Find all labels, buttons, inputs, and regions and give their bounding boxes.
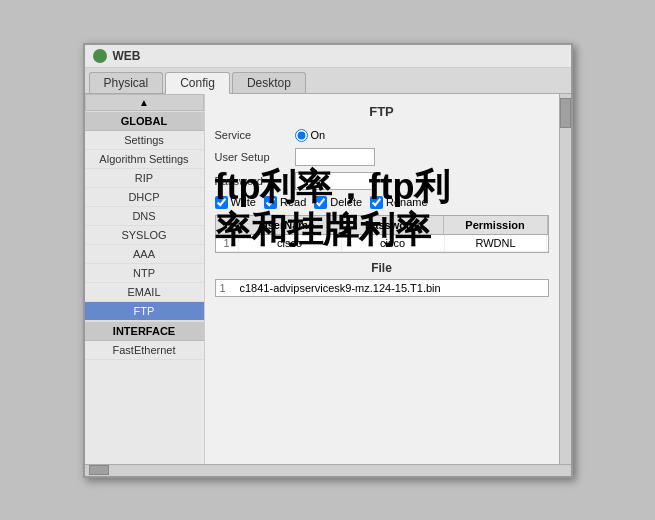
delete-permission: Delete [314,196,362,209]
sidebar-item-fastethernet[interactable]: FastEthernet [85,341,204,360]
tab-bar: Physical Config Desktop [85,68,571,94]
col-username: UserName [236,216,340,234]
user-table-header: UserName Password Permission [216,216,548,235]
scroll-thumb[interactable] [560,98,571,128]
sidebar-item-ntp[interactable]: NTP [85,264,204,283]
tab-config[interactable]: Config [165,72,230,94]
user-setup-row: User Setup [215,148,549,166]
panel-title: FTP [215,104,549,119]
file-row: 1 c1841-advipservicesk9-mz.124-15.T1.bin [216,280,548,296]
file-section-title: File [215,261,549,275]
sidebar-item-dns[interactable]: DNS [85,207,204,226]
col-permission: Permission [444,216,548,234]
sidebar: ▲ GLOBAL Settings Algorithm Settings RIP… [85,94,205,464]
main-window: WEB Physical Config Desktop ▲ GLOBAL Set… [83,43,573,478]
user-setup-label: User Setup [215,151,295,163]
password-input[interactable] [295,172,375,190]
col-num [216,216,236,234]
sidebar-item-ftp[interactable]: FTP [85,302,204,321]
content-area: ▲ GLOBAL Settings Algorithm Settings RIP… [85,94,571,464]
sidebar-item-settings[interactable]: Settings [85,131,204,150]
h-scroll-thumb[interactable] [89,465,109,475]
service-on-label: On [311,129,326,141]
file-name: c1841-advipservicesk9-mz.124-15.T1.bin [240,282,441,294]
write-permission: Write [215,196,256,209]
read-checkbox[interactable] [264,196,277,209]
scroll-up-btn[interactable]: ▲ [85,94,204,111]
title-bar: WEB [85,45,571,68]
password-label: Password [215,175,295,187]
write-label: Write [231,196,256,208]
sidebar-item-syslog[interactable]: SYSLOG [85,226,204,245]
interface-section-header: INTERFACE [85,321,204,341]
service-on-radio[interactable] [295,129,308,142]
service-label: Service [215,129,295,141]
rename-label: Rename [386,196,428,208]
sidebar-item-dhcp[interactable]: DHCP [85,188,204,207]
vertical-scrollbar[interactable] [559,94,571,464]
sidebar-item-rip[interactable]: RIP [85,169,204,188]
file-table: 1 c1841-advipservicesk9-mz.124-15.T1.bin [215,279,549,297]
read-permission: Read [264,196,306,209]
sidebar-item-email[interactable]: EMAIL [85,283,204,302]
window-icon [93,49,107,63]
username-input[interactable] [295,148,375,166]
row-num: 1 [216,235,239,251]
cell-username: cisco [239,235,342,251]
horizontal-scrollbar[interactable] [85,464,571,476]
rename-permission: Rename [370,196,428,209]
sidebar-item-aaa[interactable]: AAA [85,245,204,264]
tab-physical[interactable]: Physical [89,72,164,93]
password-row: Password [215,172,549,190]
cell-permission: RWDNL [445,235,548,251]
delete-checkbox[interactable] [314,196,327,209]
col-password: Password [340,216,444,234]
service-radio-group: On [295,129,326,142]
table-row: 1 cisco cisco RWDNL [216,235,548,252]
global-section-header: GLOBAL [85,111,204,131]
permissions-row: Write Read Delete Rename [215,196,549,209]
ftp-panel: FTP Service On User Setup Password [205,94,559,464]
sidebar-item-algorithm-settings[interactable]: Algorithm Settings [85,150,204,169]
file-section: File 1 c1841-advipservicesk9-mz.124-15.T… [215,261,549,297]
rename-checkbox[interactable] [370,196,383,209]
read-label: Read [280,196,306,208]
user-table: UserName Password Permission 1 cisco cis… [215,215,549,253]
delete-label: Delete [330,196,362,208]
write-checkbox[interactable] [215,196,228,209]
file-row-num: 1 [220,282,236,294]
service-row: Service On [215,129,549,142]
service-on-option[interactable]: On [295,129,326,142]
tab-desktop[interactable]: Desktop [232,72,306,93]
window-title: WEB [113,49,141,63]
cell-password: cisco [342,235,445,251]
